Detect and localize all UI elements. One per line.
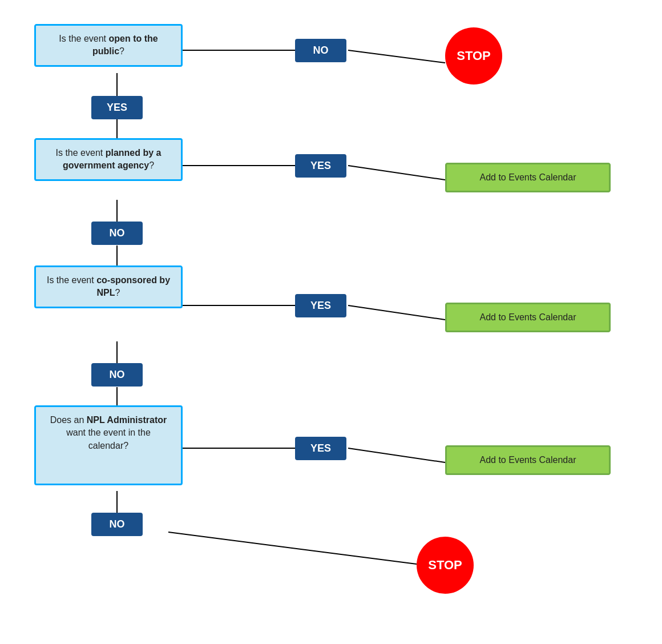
- result-1: Add to Events Calendar: [445, 163, 611, 192]
- stop-1: STOP: [445, 27, 502, 84]
- svg-line-9: [348, 305, 445, 320]
- result-2: Add to Events Calendar: [445, 303, 611, 332]
- question-4: Does an NPL Administrator want the event…: [34, 405, 183, 485]
- decision-q3-yes: YES: [295, 294, 346, 317]
- question-1: Is the event open to the public?: [34, 24, 183, 67]
- stop-2: STOP: [417, 537, 474, 594]
- decision-q4-no: NO: [91, 513, 143, 536]
- decision-q2-no: NO: [91, 222, 143, 245]
- svg-line-3: [348, 50, 445, 63]
- result-3: Add to Events Calendar: [445, 445, 611, 475]
- svg-line-13: [348, 448, 445, 462]
- decision-q4-yes: YES: [295, 437, 346, 460]
- decision-q2-yes: YES: [295, 154, 346, 178]
- question-3: Is the event co-sponsored by NPL?: [34, 265, 183, 308]
- decision-q3-no: NO: [91, 363, 143, 387]
- svg-line-5: [348, 166, 445, 180]
- question-2: Is the event planned by a government age…: [34, 138, 183, 181]
- flowchart: Is the event open to the public? NO STOP…: [17, 11, 645, 634]
- decision-q1-no: NO: [295, 39, 346, 62]
- svg-line-15: [168, 532, 417, 564]
- decision-q1-yes: YES: [91, 96, 143, 119]
